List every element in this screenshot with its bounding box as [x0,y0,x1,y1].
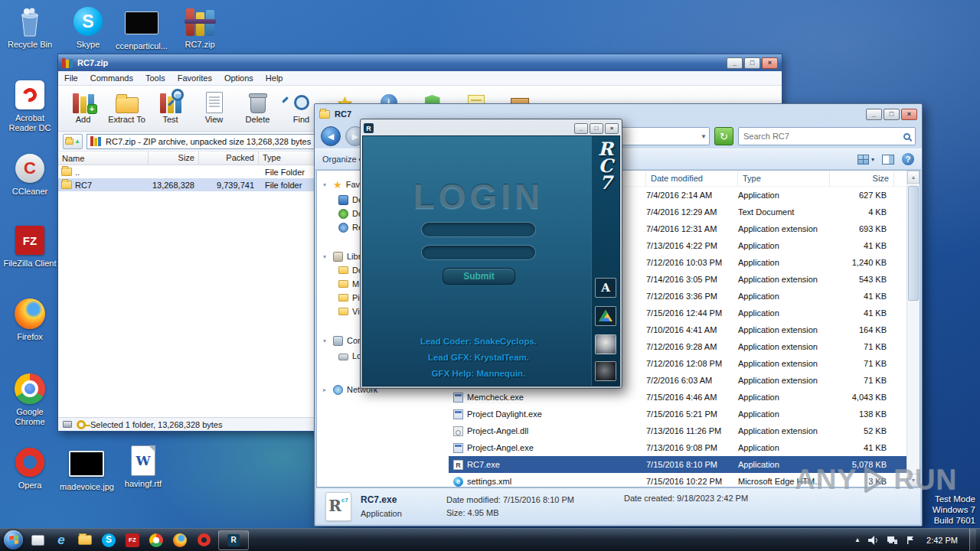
login-close-button[interactable]: × [605,123,619,134]
desktop-icon-label: madevoice.jpg [60,482,113,492]
taskbar-icon-internet-explorer[interactable]: e [52,530,70,550]
taskbar-icon-chrome[interactable] [147,530,165,550]
login-minimize-button[interactable]: _ [574,123,588,134]
test-icon [157,88,185,113]
file-row-project-daylight[interactable]: Project Daylight.exe7/15/2016 5:21 PMApp… [449,406,906,422]
explorer-minimize-button[interactable]: _ [866,109,882,120]
credit-gfx-help: GFX Help: Mannequin. [363,369,594,378]
explorer-close-button[interactable]: × [901,109,917,120]
desktop-icon-ccenparticul[interactable]: ccenparticul... [115,6,168,51]
wolf-photo-tile-dark[interactable] [595,361,616,381]
help-icon[interactable]: ? [902,153,914,165]
search-box[interactable] [738,127,916,145]
column-header-size[interactable]: Size [149,152,199,165]
menu-favorites[interactable]: Favorites [178,73,212,83]
action-center-flag-icon[interactable] [906,536,915,545]
view-button[interactable]: View [192,87,236,124]
taskbar-icon-filezilla[interactable]: FZ [123,530,142,550]
file-row-memcheck[interactable]: Memcheck.exe7/15/2016 4:46 AMApplication… [449,389,906,406]
desktop-icon-havingf-rtf[interactable]: W havingf.rtf [116,444,170,489]
organize-button[interactable]: Organize [322,155,362,164]
start-button[interactable] [4,530,23,549]
menu-options[interactable]: Options [224,73,253,83]
desktop-icon-acrobat[interactable]: Acrobat Reader DC [3,78,57,133]
expander-icon[interactable]: ▾ [323,253,329,260]
network-icon[interactable] [887,536,898,545]
column-header-type[interactable]: Type [738,171,830,186]
taskbar-icon-windows-explorer[interactable] [76,530,94,550]
clock[interactable]: 2:42 PM [926,536,958,545]
letter-a-tile[interactable]: A [595,278,616,298]
taskbar-icon-opera[interactable] [194,530,213,550]
login-titlebar[interactable]: R _ □ × [362,121,620,135]
details-date-modified: Date modified: 7/15/2016 8:10 PM [446,495,615,504]
google-drive-icon[interactable] [595,306,616,326]
address-dropdown-icon[interactable]: ▼ [701,133,707,140]
expander-icon[interactable]: ▾ [323,337,329,344]
column-header-name[interactable]: Name [58,152,149,165]
menu-tools[interactable]: Tools [145,73,165,83]
add-button[interactable]: Add [61,87,105,124]
folder-up-button[interactable]: ▲ [63,134,83,149]
views-button[interactable]: ▾ [858,155,874,165]
column-header-size[interactable]: Size [830,171,894,186]
taskbar-icon-skype[interactable]: S [100,530,118,550]
winrar-minimize-button[interactable]: _ [727,57,743,69]
vertical-scrollbar[interactable]: ▲ ▼ [906,171,920,487]
volume-icon[interactable] [868,536,879,545]
submit-button[interactable]: Submit [443,268,515,285]
application-icon [453,409,463,419]
chrome-icon [15,373,45,404]
search-input[interactable] [743,132,900,141]
username-field[interactable] [421,222,536,237]
desktop-icon-recycle-bin[interactable]: Recycle Bin [3,5,57,50]
desktop-icon-opera[interactable]: Opera [3,445,57,491]
scroll-up-icon[interactable]: ▲ [907,171,920,184]
filezilla-icon: FZ [15,226,44,255]
desktop-icon-filezilla[interactable]: FZ FileZilla Client [3,223,57,269]
show-desktop-button[interactable] [969,529,976,551]
rc7-file-icon: Rc7 [325,492,351,521]
extract-to-icon [113,88,141,113]
menu-commands[interactable]: Commands [90,73,133,83]
test-button[interactable]: Test [149,87,192,124]
desktop-icon-madevoice-jpg[interactable]: madevoice.jpg [60,447,113,492]
winrar-close-button[interactable]: × [762,57,778,69]
file-row-project-angel-dll[interactable]: Project-Angel.dll7/13/2016 11:26 PMAppli… [449,422,906,439]
column-header-date-modified[interactable]: Date modified [646,171,738,186]
desktop-icon-label: Acrobat Reader DC [3,113,57,133]
refresh-button[interactable]: ↻ [714,127,733,145]
taskbar-window-button-rc7[interactable]: R [218,530,249,550]
menu-help[interactable]: Help [266,73,283,83]
extract-to-button[interactable]: Extract To [105,87,149,124]
tray-expand-icon[interactable]: ▲ [854,536,861,543]
wolf-photo-tile[interactable] [595,334,616,354]
file-row-project-angel-exe[interactable]: Project-Angel.exe7/13/2016 9:08 PMApplic… [449,439,906,456]
winrar-titlebar[interactable]: RC7.zip _ □ × [58,54,782,71]
desktop-icon-chrome[interactable]: Google Chrome [3,372,57,427]
explorer-maximize-button[interactable]: □ [884,109,900,120]
taskbar-icon-firefox[interactable] [171,530,189,550]
login-maximize-button[interactable]: □ [590,123,603,134]
taskbar-icon-window[interactable] [28,530,47,550]
password-field[interactable] [421,245,536,260]
desktop-icon-ccleaner[interactable]: C CCleaner [3,152,57,197]
preview-pane-icon[interactable] [882,155,894,165]
column-header-packed[interactable]: Packed [199,152,259,165]
back-button[interactable]: ◀ [321,126,341,146]
desktop-icon-firefox[interactable]: Firefox [3,297,57,342]
explorer-window-title: RC7 [335,109,351,119]
expander-icon[interactable]: ▸ [323,386,329,393]
details-file-name: RC7.exe [361,494,437,505]
system-tray: ▲ 2:42 PM [854,529,976,551]
expander-icon[interactable]: ▾ [323,181,329,188]
find-icon [288,88,315,113]
desktop-icon-rc7-zip[interactable]: RC7.zip [173,5,227,50]
delete-button[interactable]: Delete [236,87,279,124]
computer-icon [333,336,343,346]
desktop-icon-skype[interactable]: S Skype [61,5,115,50]
scrollbar-thumb[interactable] [908,186,919,301]
winrar-maximize-button[interactable]: □ [744,57,760,69]
desktop-icon-label: havingf.rtf [116,479,170,489]
menu-file[interactable]: File [64,73,78,83]
